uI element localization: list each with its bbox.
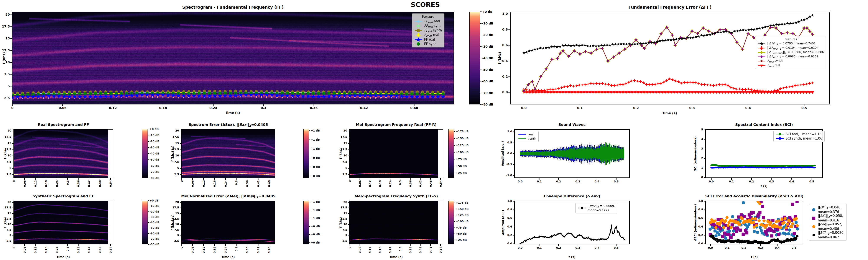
legend-marker-pentagon-icon xyxy=(811,224,816,229)
y-tick-mark xyxy=(12,137,13,137)
legend-marker-plus-icon xyxy=(757,46,766,50)
x-tick-label: 0.3 xyxy=(399,247,402,256)
x-tick-label: 0.18 xyxy=(213,247,216,256)
colorbar-tick-mark xyxy=(454,166,455,166)
x-tick-label: 0.5 xyxy=(610,180,622,183)
colorbar-tick-label: +0 dB xyxy=(311,225,320,228)
x-tick-label: 0.12 xyxy=(107,106,119,110)
colorbar-frame xyxy=(448,200,454,245)
legend-entry: ||ΔFF||2 = 0.0790, mean=0.7401 xyxy=(757,42,824,46)
x-tick-label: 0.18 xyxy=(378,247,382,256)
legend-entry: SCI real, mean=1.13 xyxy=(776,132,822,136)
x-tick-mark xyxy=(597,178,597,180)
colorbar-tick-label: +1 dB xyxy=(311,129,320,132)
colorbar-tick-mark xyxy=(309,131,310,131)
chart-canvas xyxy=(12,12,454,104)
colorbar-tick-mark xyxy=(148,212,149,212)
x-tick-label: 0.1 xyxy=(721,246,733,249)
x-tick-mark xyxy=(539,178,539,180)
x-tick-mark xyxy=(203,245,204,246)
y-tick-mark xyxy=(508,61,510,61)
y-tick-label: 15 xyxy=(167,212,179,215)
x-tick-mark xyxy=(731,178,732,180)
y-tick-mark xyxy=(513,201,514,201)
legend-marker-circle-icon xyxy=(776,136,784,141)
colorbar-tick-label: -80 dB xyxy=(150,243,159,246)
colorbar-tick-mark xyxy=(480,81,482,81)
y-tick-label: 0.6 xyxy=(500,216,512,220)
legend-marker-square-icon xyxy=(811,216,816,220)
x-tick-label: 0.3 xyxy=(257,106,270,110)
x-tick-label: 0.4 xyxy=(742,106,754,110)
x-tick-label: 0.36 xyxy=(77,180,80,190)
colorbar-tick-mark xyxy=(454,215,455,215)
colorbar-tick-mark xyxy=(148,135,149,136)
y-tick-mark xyxy=(180,175,181,175)
y-tick-mark xyxy=(513,164,514,165)
x-tick-label: 0 xyxy=(348,180,351,190)
legend-marker-circle-icon xyxy=(414,42,423,46)
dsci-plot xyxy=(705,200,803,245)
x-tick-label: 0.12 xyxy=(369,180,372,190)
x-tick-mark xyxy=(78,245,79,246)
legend-spec_main: FeatureFFmsf realFFmsf syntFcent synthFc… xyxy=(412,13,444,47)
colorbar-tick-mark xyxy=(309,243,310,243)
colorbar-tick-mark xyxy=(480,93,482,93)
y-tick-label: 10 xyxy=(167,223,179,226)
legend-label: ||env||2 = 0.0009,mean=0.1272 xyxy=(588,204,615,212)
x-tick-label: 0.54 xyxy=(439,247,442,256)
colorbar-tick-mark xyxy=(309,149,310,149)
y-tick-mark xyxy=(180,208,181,208)
x-tick-mark xyxy=(12,104,12,106)
y-tick-mark xyxy=(508,92,510,92)
x-tick-mark xyxy=(792,178,792,180)
colorbar-tick-mark xyxy=(309,140,310,140)
legend-label: ||cor||2=0.052,mean=0.486 xyxy=(818,222,842,231)
x-tick-label: 0.3 xyxy=(766,180,778,183)
y-tick-label: 15 xyxy=(0,37,10,40)
x-tick-label: 0.18 xyxy=(213,180,216,190)
title-synthetic-spectrogram: Synthetic Spectrogram and FF xyxy=(13,194,113,198)
colorbar-tick-label: -40 dB xyxy=(482,56,493,60)
y-tick-label: 15 xyxy=(167,142,179,145)
legend-marker-pentagon-icon xyxy=(414,28,423,33)
y-tick-mark xyxy=(180,162,181,162)
x-tick-mark xyxy=(616,178,617,180)
y-tick-label: 0.0 xyxy=(500,242,512,245)
y-tick-mark xyxy=(12,162,13,162)
y-tick-mark xyxy=(10,74,12,75)
y-tick-label: 0.4 xyxy=(496,59,508,63)
x-tick-mark xyxy=(751,178,752,180)
colorbar-tick-label: -60 dB xyxy=(150,232,159,235)
colorbar-tick-mark xyxy=(454,227,455,228)
x-tick-label: 0.24 xyxy=(55,180,59,190)
x-tick-label: 0.06 xyxy=(191,247,194,256)
y-tick-label: 7.5 xyxy=(167,228,179,231)
y-tick-label: 20 xyxy=(0,13,10,16)
y-tick-mark xyxy=(12,235,13,236)
colorbar-tick-label: -30 dB xyxy=(482,45,493,48)
y-tick-mark xyxy=(180,143,181,144)
mel-normalized-error-plot xyxy=(181,200,275,245)
y-tick-label: 12.5 xyxy=(336,148,347,151)
legend-sci: SCI real, mean=1.13SCI synth, mean=1.06 xyxy=(773,131,825,142)
y-tick-label: 7.5 xyxy=(167,160,179,163)
x-tick-mark xyxy=(558,245,559,246)
x-tick-label: 0.18 xyxy=(44,247,48,256)
colorbar-tick-label: -10 dB xyxy=(150,134,159,137)
x-tick-mark xyxy=(794,245,794,246)
synthetic-spectrogram-plot xyxy=(13,200,113,245)
y-tick-mark xyxy=(704,201,705,201)
x-tick-mark xyxy=(100,178,100,180)
x-tick-mark xyxy=(520,178,520,180)
colorbar-mel-freq-real xyxy=(448,129,454,178)
y-tick-mark xyxy=(704,218,705,218)
colorbar-mel-normalized-error xyxy=(303,200,309,245)
x-tick-mark xyxy=(636,104,636,106)
mel-freq-real-plot xyxy=(349,129,443,178)
x-tick-mark xyxy=(578,245,578,246)
title-dsci-adi: SCI Error and Acoustic Dissimilarity (ΔS… xyxy=(705,194,803,198)
y-tick-label: 15 xyxy=(336,212,347,215)
colorbar-tick-label: -20 dB xyxy=(482,33,493,37)
colorbar-tick-mark xyxy=(454,240,455,240)
